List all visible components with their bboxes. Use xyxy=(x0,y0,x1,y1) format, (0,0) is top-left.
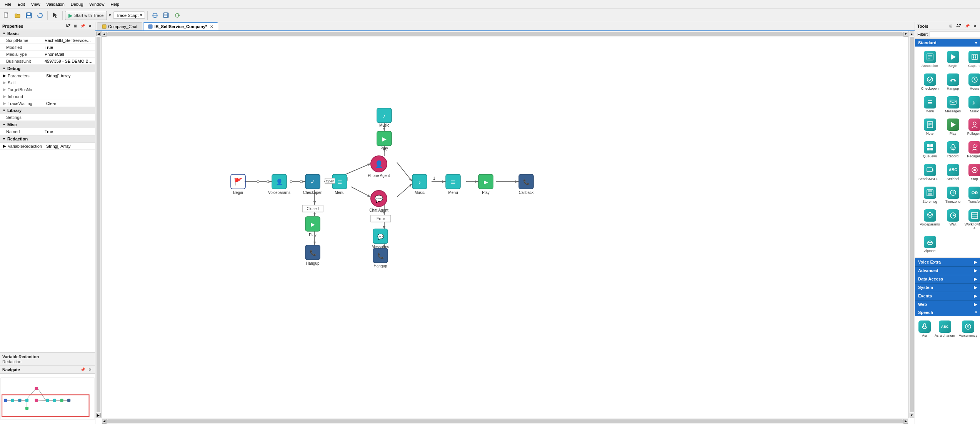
menu-validation[interactable]: Validation xyxy=(43,1,68,7)
sort-az-btn[interactable]: AZ xyxy=(64,23,72,28)
tool-hangup[interactable]: Hangup xyxy=(944,72,962,93)
tool-wait[interactable]: Wait xyxy=(944,207,962,233)
events-label: Events xyxy=(918,294,932,298)
section-basic-header[interactable]: ▼ Basic xyxy=(0,30,95,37)
section-library-header[interactable]: ▼ Library xyxy=(0,107,95,114)
menu-help[interactable]: Help xyxy=(107,1,122,7)
menu-file[interactable]: File xyxy=(2,1,15,7)
menu-view[interactable]: View xyxy=(28,1,43,7)
tools-section-web[interactable]: Web ▶ xyxy=(915,300,980,309)
tool-storemsg[interactable]: Storemsg xyxy=(917,185,942,206)
tool-pullagent[interactable]: Pullagent xyxy=(963,117,980,138)
toolbar-separator-3 xyxy=(147,11,148,20)
menu-edit[interactable]: Edit xyxy=(15,1,28,7)
tool-play[interactable]: Play xyxy=(944,117,962,138)
scroll-right-up[interactable]: ▲ xyxy=(910,32,914,36)
save2-btn[interactable] xyxy=(161,11,171,20)
tools-section-events[interactable]: Events ▶ xyxy=(915,292,980,300)
tool-begin[interactable]: Begin xyxy=(944,49,962,70)
prop-modified: Modified True xyxy=(0,44,95,51)
navigate-close-btn[interactable]: ✕ xyxy=(87,367,93,372)
tools-section-data-access[interactable]: Data Access ▶ xyxy=(915,275,980,283)
tool-hours[interactable]: Hours xyxy=(963,72,980,93)
tool-music[interactable]: ♪ Music xyxy=(963,94,980,115)
pin-btn[interactable]: 📌 xyxy=(79,23,86,28)
tool-recagent[interactable]: ● Recagent xyxy=(963,139,980,160)
trace-script-dropdown[interactable]: Trace Script ▾ xyxy=(113,12,145,19)
tool-checkopen[interactable]: Checkopen xyxy=(917,72,942,93)
tool-queuewi[interactable]: Queuewi xyxy=(917,139,942,160)
scroll-left-up[interactable]: ◀ xyxy=(96,32,101,36)
section-misc-header[interactable]: ▼ Misc xyxy=(0,121,95,128)
scroll-bottom-left[interactable]: ◀ xyxy=(102,419,107,424)
tools-section-system[interactable]: System ▶ xyxy=(915,283,980,292)
tool-setlabel[interactable]: ABC Setlabel xyxy=(944,162,962,183)
properties-content: ▼ Basic ScriptName Rachel\IB_SelfService… xyxy=(0,30,95,352)
tool-record[interactable]: Record xyxy=(944,139,962,160)
tool-sendsmspush[interactable]: SendSMSPu... xyxy=(917,162,942,183)
tool-asrcurrency[interactable]: $ Asrcurrency xyxy=(958,319,978,340)
navigate-content[interactable] xyxy=(0,374,95,424)
tab-company-chat[interactable]: Company_Chat xyxy=(97,22,142,30)
svg-text:💬: 💬 xyxy=(377,234,384,240)
tool-capture[interactable]: Capture xyxy=(963,49,980,70)
tools-close-btn[interactable]: ✕ xyxy=(972,23,978,28)
tool-messages[interactable]: Messages xyxy=(944,94,962,115)
new-btn[interactable] xyxy=(2,11,12,20)
left-panel: Properties AZ ⊞ 📌 ✕ ▼ Basic ScriptName R… xyxy=(0,22,95,424)
tool-ziptone[interactable]: Ziptone xyxy=(917,234,942,255)
varredaction-expand[interactable]: ▶ xyxy=(3,144,6,148)
tools-section-speech[interactable]: Speech ▾ xyxy=(915,309,980,316)
tool-menu[interactable]: Menu xyxy=(917,94,942,115)
filter-input[interactable] xyxy=(930,31,980,37)
toolbar: ▶ Start with Trace ▾ Trace Script ▾ xyxy=(0,8,980,22)
scroll-top-left[interactable]: ▲ xyxy=(102,32,107,37)
open-btn[interactable] xyxy=(13,11,23,20)
tools-title: Tools xyxy=(917,24,928,28)
reload-btn[interactable] xyxy=(172,11,182,20)
tool-annotation[interactable]: Annotation xyxy=(917,49,942,70)
canvas-area[interactable]: ◀ ▶ ▲ ▼ xyxy=(95,31,915,424)
tools-icon-btn2[interactable]: AZ xyxy=(955,23,962,28)
tool-asr[interactable]: Asr xyxy=(917,319,932,340)
tools-section-advanced[interactable]: Advanced ▶ xyxy=(915,266,980,275)
stop-icon xyxy=(968,164,980,176)
prop-targetbusno-label: TargetBusNo xyxy=(8,87,46,92)
tool-voiceparams[interactable]: Voiceparams xyxy=(917,207,942,233)
library-label: Library xyxy=(7,108,22,113)
parameters-expand[interactable]: ▶ xyxy=(3,73,6,78)
filter-row: Filter: xyxy=(915,30,980,39)
svg-rect-2 xyxy=(15,14,17,15)
menu-debug[interactable]: Debug xyxy=(68,1,86,7)
sort-btn[interactable]: ⊞ xyxy=(73,23,78,28)
svg-point-135 xyxy=(954,80,956,82)
scroll-top-right[interactable]: ▼ xyxy=(903,32,908,37)
section-debug-header[interactable]: ▼ Debug xyxy=(0,65,95,72)
tools-pin-btn[interactable]: 📌 xyxy=(964,23,971,28)
tools-section-standard[interactable]: Standard ▾ xyxy=(915,39,980,47)
tool-stop[interactable]: Stop xyxy=(963,162,980,183)
menu-window[interactable]: Window xyxy=(86,1,107,7)
scroll-left-down[interactable]: ▶ xyxy=(96,413,101,417)
tool-transfer[interactable]: Transfer xyxy=(963,185,980,206)
start-trace-btn[interactable]: ▶ Start with Trace xyxy=(65,11,107,20)
close-properties-btn[interactable]: ✕ xyxy=(87,23,93,28)
tools-section-voice-extra[interactable]: Voice Extra ▶ xyxy=(915,258,980,266)
save-btn[interactable] xyxy=(24,11,34,20)
globe-btn[interactable] xyxy=(150,11,160,20)
tool-workflowdata[interactable]: WorkflowDat a xyxy=(963,207,980,233)
refresh-btn[interactable] xyxy=(35,11,45,20)
cursor-btn[interactable] xyxy=(50,11,60,20)
tool-asralphanum[interactable]: ABC Asralphanum xyxy=(933,319,956,340)
scroll-right-down[interactable]: ▼ xyxy=(910,413,914,417)
section-library: ▼ Library Settings xyxy=(0,107,95,121)
tool-timezone[interactable]: Timezone xyxy=(944,185,962,206)
scroll-bottom-right[interactable]: ▶ xyxy=(903,419,908,424)
tools-icon-btn1[interactable]: ⊞ xyxy=(948,23,953,28)
navigate-pin-btn[interactable]: 📌 xyxy=(79,367,86,372)
tab-ib-selfservice[interactable]: IB_SelfService_Company* ✕ xyxy=(143,22,218,30)
tab-close-btn[interactable]: ✕ xyxy=(210,25,213,29)
tool-note[interactable]: Note xyxy=(917,117,942,138)
section-redaction-header[interactable]: ▼ Redaction xyxy=(0,135,95,142)
navigate-panel: Navigate 📌 ✕ xyxy=(0,366,95,424)
